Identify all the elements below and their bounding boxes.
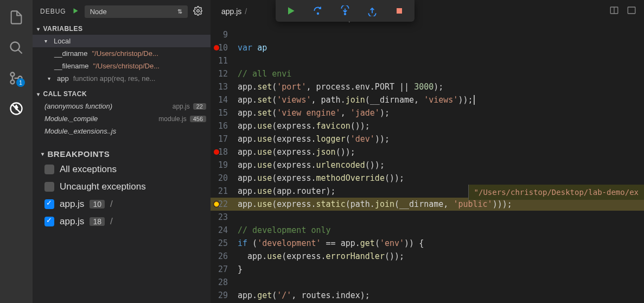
callstack-row[interactable]: Module._compilemodule.js456 [33,112,211,125]
callstack-name: Module._compile [44,115,98,123]
breakpoint-row[interactable]: All exceptions [33,161,211,178]
code-line[interactable]: 10var ap [211,41,644,54]
callstack-row[interactable]: Module._extensions..js [33,125,211,137]
line-number: 17 [211,132,238,146]
code-text: app.use(express.methodOverride()); [238,172,404,185]
breakpoint-dot-icon[interactable] [214,45,219,50]
code-line[interactable]: 19app.use(express.urlencoded()); [211,159,644,172]
code-text: app.use(express.errorHandler()); [238,250,404,263]
line-number: 29 [211,289,238,302]
step-out-icon[interactable] [367,5,378,16]
callstack-file: app.js [173,103,190,110]
code-text: app.set('port', process.env.PORT || 3000… [238,80,443,93]
code-text: app.use(express.json()); [238,146,355,159]
variable-row[interactable]: __filename"/Users/christop/De... [33,60,211,72]
scm-badge: 1 [16,78,25,87]
code-text: // development only [238,224,331,237]
chevron-updown-icon: ⇅ [177,8,182,15]
svg-point-3 [11,80,15,84]
callstack-name: (anonymous function) [44,102,112,110]
code-line[interactable]: 17app.use(express.logger('dev')); [211,132,644,146]
code-line[interactable]: 29app.get('/', routes.index); [211,289,644,302]
chevron-down-icon: ▾ [48,75,50,81]
code-line[interactable]: 15app.set('view engine', 'jade'); [211,106,644,119]
breakpoint-line: 18 [90,217,105,226]
section-callstack[interactable]: ▾CALL STACK [33,88,211,100]
checkbox-icon[interactable] [44,182,54,192]
code-line[interactable]: 9 [211,28,644,41]
line-number: 14 [211,93,238,106]
code-line[interactable]: 26 app.use(express.errorHandler()); [211,250,644,263]
code-line[interactable]: 20app.use(express.methodOverride()); [211,172,644,185]
inline-value-hint: "/Users/christop/Desktop/lab-demo/ex [468,185,644,200]
explorer-icon[interactable] [9,10,24,25]
debug-config-select[interactable]: Node ⇅ [85,5,188,18]
line-number: 19 [211,159,238,172]
variable-row[interactable]: __dirname"/Users/christop/De... [33,47,211,60]
code-line[interactable]: 16app.use(express.favicon()); [211,119,644,132]
step-into-icon[interactable] [340,5,350,16]
code-line[interactable]: 12// all envi [211,67,644,80]
source-control-icon[interactable]: 1 [9,71,24,86]
callstack-line: 456 [190,116,206,122]
start-debug-icon[interactable] [72,7,79,16]
line-number: 11 [211,54,238,67]
code-line[interactable]: 13app.set('port', process.env.PORT || 30… [211,80,644,93]
svg-point-8 [317,13,319,15]
checkbox-icon[interactable] [44,165,54,174]
svg-line-1 [18,50,22,54]
variable-name: app [57,74,69,83]
code-text: app.use(express.logger('dev')); [238,132,390,146]
debug-icon[interactable] [9,101,24,116]
line-number: 25 [211,237,238,250]
code-editor[interactable]: 910var ap1112// all envi13app.set('port'… [211,23,644,303]
line-number: 12 [211,67,238,80]
code-line[interactable]: 14app.set('views', path.join(__dirname, … [211,93,644,106]
code-line[interactable]: 23 [211,211,644,224]
section-variables[interactable]: ▾VARIABLES [33,23,211,35]
breakpoint-row[interactable]: Uncaught exceptions [33,178,211,195]
continue-icon[interactable] [285,5,296,16]
chevron-down-icon: ▾ [44,38,47,44]
tab-appjs[interactable]: app.js [221,7,241,16]
search-icon[interactable] [9,40,24,55]
breakpoint-row[interactable]: app.js10/ [33,195,211,213]
code-line[interactable]: 25if ('development' == app.get('env')) { [211,237,644,250]
code-line[interactable]: 27} [211,263,644,276]
code-line[interactable]: 21app.use(app.router);"/Users/christop/D… [211,185,644,198]
callstack-row[interactable]: (anonymous function)app.js22 [33,100,211,112]
breakpoint-dot-icon[interactable] [214,149,219,155]
variable-value: function app(req, res, ne... [73,74,156,83]
line-number: 23 [211,211,238,224]
more-icon[interactable] [627,5,636,17]
code-text: if ('development' == app.get('env')) { [238,237,424,250]
code-line[interactable]: 11 [211,54,644,67]
svg-point-2 [11,73,15,77]
callstack-line: 22 [193,103,206,110]
breakpoint-row[interactable]: app.js18/ [33,213,211,230]
scope-local[interactable]: ▾Local [33,35,211,47]
split-editor-icon[interactable] [609,5,619,17]
activity-bar: 1 [0,0,33,303]
breakpoint-label: app.js [60,216,84,227]
debug-toolbar[interactable] [276,0,415,22]
code-text: app.set('views', path.join(__dirname, 'v… [238,93,475,106]
variable-name: __dirname [54,49,87,58]
breakpoint-dot-icon[interactable] [214,201,219,207]
stop-icon[interactable] [394,5,405,16]
svg-point-9 [345,14,346,15]
line-number: 13 [211,80,238,93]
checkbox-icon[interactable] [44,217,54,226]
gear-icon[interactable] [193,6,203,17]
checkbox-icon[interactable] [44,199,54,209]
code-line[interactable]: 24// development only [211,224,644,237]
section-breakpoints[interactable]: ▾BREAKPOINTS [33,147,211,161]
code-line[interactable]: 18app.use(express.json()); [211,146,644,159]
breakpoint-line: 10 [90,200,105,209]
svg-rect-10 [397,8,402,14]
step-over-icon[interactable] [313,5,323,16]
variable-row[interactable]: ▾appfunction app(req, res, ne... [33,72,211,85]
code-line[interactable]: 28 [211,276,644,289]
chevron-down-icon: ▾ [37,91,40,97]
chevron-down-icon: ▾ [41,151,44,157]
